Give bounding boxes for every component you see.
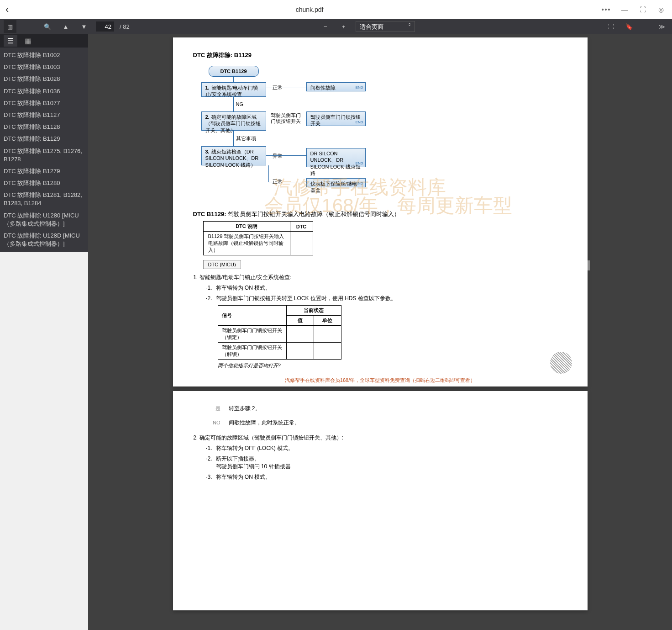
flow-result-2: 驾驶员侧车门门锁按钮开关END: [306, 111, 366, 126]
pdf-toolbar: ▥ 🔍 ▲ ▼ / 82 − + 适合页面 ⛶ 🔖 ≫: [0, 19, 672, 34]
dtc-button[interactable]: DTC (MICU): [203, 260, 241, 269]
target-icon[interactable]: ◎: [656, 4, 667, 15]
flow-step-1: 1.智能钥匙/电动车门锁止/安全系统检查: [201, 82, 266, 97]
substep: -2.断开以下插接器。 驾驶员侧车门锁闩 10 针插接器: [206, 455, 567, 471]
thumbnails-tab-icon[interactable]: ▦: [21, 35, 35, 47]
outline-item[interactable]: DTC 故障排除 B1279: [0, 165, 88, 177]
outline-item[interactable]: DTC 故障排除 U1280 [MICU（多路集成式控制器）]: [0, 210, 88, 230]
zoom-out-icon[interactable]: −: [319, 20, 332, 33]
search-icon[interactable]: 🔍: [41, 20, 54, 33]
more-icon[interactable]: •••: [601, 4, 612, 15]
flow-result-1: 间歇性故障END: [306, 82, 366, 91]
scrollbar-thumb[interactable]: [588, 260, 590, 270]
outline-sidebar[interactable]: DTC 故障排除 B1002 DTC 故障排除 B1003 DTC 故障排除 B…: [0, 48, 88, 252]
sidebar-toggle-icon[interactable]: ▥: [4, 20, 16, 33]
outline-item[interactable]: DTC 故障排除 B1275, B1276, B1278: [0, 145, 88, 165]
presentation-icon[interactable]: ⛶: [604, 20, 617, 33]
outline-item[interactable]: DTC 故障排除 B1281, B1282, B1283, B1284: [0, 189, 88, 209]
step-1: 智能钥匙/电动车门锁止/安全系统检查: -1.将车辆转为 ON 模式。 -2.驾…: [200, 274, 567, 369]
pdf-page: DTC 故障排除: B1129 DTC B1129 1.智能钥匙/电动车门锁止/…: [173, 37, 588, 386]
window-title: chunk.pdf: [18, 6, 601, 13]
substep: -3.将车辆转为 ON 模式。: [206, 473, 567, 481]
answer-no: NO 间歇性故障，此时系统正常。: [210, 419, 567, 427]
outline-item[interactable]: DTC 故障排除 B1036: [0, 85, 88, 97]
zoom-in-icon[interactable]: +: [337, 20, 350, 33]
section-title: DTC B1129:驾驶员侧车门按钮开关输入电路故障（锁止和解锁信号同时输入）: [193, 210, 567, 218]
outline-item[interactable]: DTC 故障排除 B1003: [0, 61, 88, 73]
flow-step-2: 2.确定可能的故障区域（驾驶员侧车门门锁按钮开关、其他）: [201, 111, 266, 131]
flow-label-abn: 异常: [273, 153, 283, 159]
qr-code-icon: [550, 352, 572, 374]
flow-label-other: 其它事项: [236, 135, 256, 142]
page-footer: 汽修帮手在线资料库会员168/年，全球车型资料免费查询（扫码右边二维码即可查看）: [173, 377, 588, 384]
outline-item[interactable]: DTC 故障排除 B1077: [0, 97, 88, 109]
substep: -2.驾驶员侧车门门锁按钮开关转至 LOCK 位置时，使用 HDS 检查以下参数…: [206, 295, 567, 369]
outline-item[interactable]: DTC 故障排除 B1280: [0, 177, 88, 189]
step-2: 确定可能的故障区域（驾驶员侧车门门锁按钮开关、其他）: -1.将车辆转为 OFF…: [200, 434, 567, 481]
outline-tab-icon[interactable]: ☰: [4, 35, 17, 47]
page-heading: DTC 故障排除: B1129: [193, 51, 567, 59]
pdf-viewer[interactable]: DTC 故障排除: B1129 DTC B1129 1.智能钥匙/电动车门锁止/…: [88, 34, 672, 630]
outline-item[interactable]: DTC 故障排除 B1127: [0, 109, 88, 121]
substep: -1.将车辆转为 ON 模式。: [206, 284, 567, 292]
page-number-input[interactable]: [96, 21, 114, 32]
page-up-icon[interactable]: ▲: [59, 20, 72, 33]
flow-result-4: 仪表板下保险丝/继电器盒END: [306, 178, 366, 187]
flow-step-3: 3.线束短路检查（DR SILCON UNLOCK、DR SILCON LOCK…: [201, 146, 266, 165]
flow-result-3: DR SILCON UNLOCK、DR SILCON LOCK 线束短路END: [306, 148, 366, 167]
maximize-icon[interactable]: ⛶: [637, 4, 648, 15]
flow-label-ng: NG: [236, 101, 244, 107]
outline-item[interactable]: DTC 故障排除 B1002: [0, 49, 88, 61]
back-button[interactable]: ‹: [5, 4, 18, 16]
answer-yes: 是 转至步骤 2。: [210, 405, 567, 413]
page-down-icon[interactable]: ▼: [78, 20, 90, 33]
signal-table: 信号当前状态 值单位 驾驶员侧车门门锁按钮开关（锁定） 驾驶员侧车门门锁按钮开关…: [218, 305, 341, 360]
outline-item[interactable]: DTC 故障排除 B1028: [0, 73, 88, 85]
tools-icon[interactable]: ≫: [656, 20, 668, 33]
sidebar-tabs: ☰ ▦: [0, 34, 88, 48]
step-question: 两个信息指示灯是否均打开?: [218, 362, 567, 369]
outline-item[interactable]: DTC 故障排除 B1128: [0, 121, 88, 133]
pdf-page: 是 转至步骤 2。 NO 间歇性故障，此时系统正常。 确定可能的故障区域（驾驶员…: [173, 391, 588, 610]
flowchart: DTC B1129 1.智能钥匙/电动车门锁止/安全系统检查 正常 间歇性故障E…: [198, 66, 567, 203]
flow-start: DTC B1129: [209, 66, 259, 77]
minimize-icon[interactable]: —: [619, 4, 630, 15]
dtc-table: DTC 说明DTC B1129 驾驶员侧车门按钮开关输入电路故障（锁止和解锁信号…: [203, 221, 313, 255]
outline-item[interactable]: DTC 故障排除 U128D [MICU（多路集成式控制器）]: [0, 230, 88, 250]
page-total: / 82: [120, 23, 130, 30]
bookmark-icon[interactable]: 🔖: [623, 20, 635, 33]
outline-item[interactable]: DTC 故障排除 B1129: [0, 133, 88, 145]
substep: -1.将车辆转为 OFF (LOCK) 模式。: [206, 445, 567, 452]
zoom-select[interactable]: 适合页面: [356, 21, 415, 32]
titlebar: ‹ chunk.pdf ••• — ⛶ ◎: [0, 0, 672, 19]
